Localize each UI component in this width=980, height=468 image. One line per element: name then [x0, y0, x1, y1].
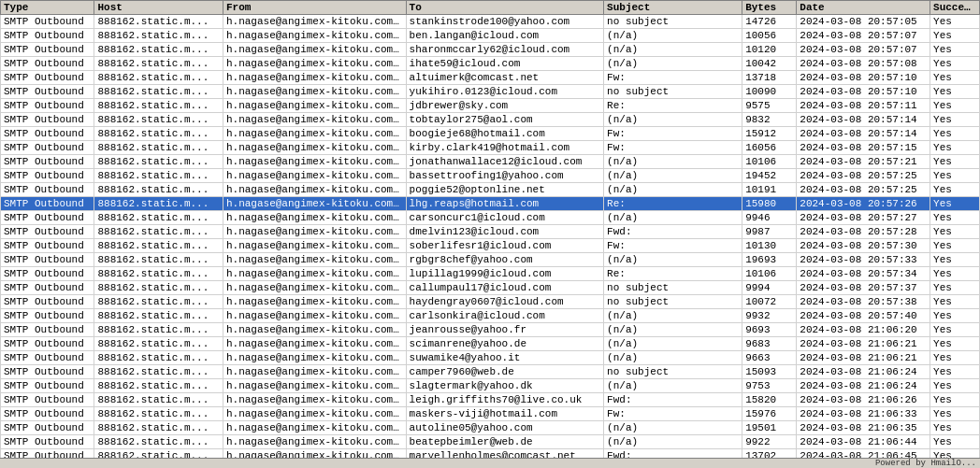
cell-type: SMTP Outbound: [1, 309, 94, 323]
table-row[interactable]: SMTP Outbound888162.static.m...h.nagase@…: [1, 85, 980, 99]
cell-type: SMTP Outbound: [1, 281, 94, 295]
cell-type: SMTP Outbound: [1, 393, 94, 407]
cell-type: SMTP Outbound: [1, 211, 94, 225]
cell-from: h.nagase@angimex-kitoku.com.vn: [223, 155, 406, 169]
col-header-date[interactable]: Date: [797, 1, 930, 15]
table-row[interactable]: SMTP Outbound888162.static.m...h.nagase@…: [1, 197, 980, 211]
col-header-to[interactable]: To: [406, 1, 604, 15]
cell-bytes: 10042: [742, 57, 797, 71]
cell-subject: (n/a): [604, 323, 742, 337]
cell-to: sharonmccarly62@icloud.com: [406, 43, 604, 57]
cell-success: Yes: [930, 295, 980, 309]
table-row[interactable]: SMTP Outbound888162.static.m...h.nagase@…: [1, 281, 980, 295]
table-row[interactable]: SMTP Outbound888162.static.m...h.nagase@…: [1, 351, 980, 365]
cell-host: 888162.static.m...: [94, 379, 223, 393]
cell-subject: (n/a): [604, 169, 742, 183]
cell-date: 2024-03-08 21:06:21: [797, 351, 930, 365]
table-row[interactable]: SMTP Outbound888162.static.m...h.nagase@…: [1, 323, 980, 337]
cell-date: 2024-03-08 20:57:26: [797, 197, 930, 211]
cell-bytes: 19501: [742, 421, 797, 435]
table-row[interactable]: SMTP Outbound888162.static.m...h.nagase@…: [1, 169, 980, 183]
cell-host: 888162.static.m...: [94, 15, 223, 29]
table-row[interactable]: SMTP Outbound888162.static.m...h.nagase@…: [1, 141, 980, 155]
table-row[interactable]: SMTP Outbound888162.static.m...h.nagase@…: [1, 253, 980, 267]
col-header-host[interactable]: Host: [94, 1, 223, 15]
table-row[interactable]: SMTP Outbound888162.static.m...h.nagase@…: [1, 225, 980, 239]
table-row[interactable]: SMTP Outbound888162.static.m...h.nagase@…: [1, 57, 980, 71]
cell-success: Yes: [930, 197, 980, 211]
table-row[interactable]: SMTP Outbound888162.static.m...h.nagase@…: [1, 295, 980, 309]
cell-date: 2024-03-08 20:57:05: [797, 15, 930, 29]
cell-subject: Fw:: [604, 239, 742, 253]
table-row[interactable]: SMTP Outbound888162.static.m...h.nagase@…: [1, 127, 980, 141]
table-row[interactable]: SMTP Outbound888162.static.m...h.nagase@…: [1, 449, 980, 459]
cell-subject: (n/a): [604, 211, 742, 225]
cell-bytes: 10130: [742, 239, 797, 253]
table-row[interactable]: SMTP Outbound888162.static.m...h.nagase@…: [1, 337, 980, 351]
cell-date: 2024-03-08 21:06:20: [797, 323, 930, 337]
cell-date: 2024-03-08 20:57:25: [797, 169, 930, 183]
cell-bytes: 10090: [742, 85, 797, 99]
cell-success: Yes: [930, 449, 980, 459]
col-header-bytes[interactable]: Bytes: [742, 1, 797, 15]
cell-to: ben.langan@icloud.com: [406, 29, 604, 43]
table-row[interactable]: SMTP Outbound888162.static.m...h.nagase@…: [1, 365, 980, 379]
col-header-type[interactable]: Type: [1, 1, 94, 15]
cell-subject: (n/a): [604, 57, 742, 71]
table-row[interactable]: SMTP Outbound888162.static.m...h.nagase@…: [1, 421, 980, 435]
table-row[interactable]: SMTP Outbound888162.static.m...h.nagase@…: [1, 99, 980, 113]
cell-subject: Fwd:: [604, 449, 742, 459]
cell-success: Yes: [930, 71, 980, 85]
table-row[interactable]: SMTP Outbound888162.static.m...h.nagase@…: [1, 239, 980, 253]
cell-host: 888162.static.m...: [94, 239, 223, 253]
table-row[interactable]: SMTP Outbound888162.static.m...h.nagase@…: [1, 393, 980, 407]
cell-success: Yes: [930, 57, 980, 71]
col-header-from[interactable]: From: [223, 1, 406, 15]
cell-to: maskers-viji@hotmail.com: [406, 407, 604, 421]
cell-from: h.nagase@angimex-kitoku.com.vn: [223, 351, 406, 365]
cell-success: Yes: [930, 309, 980, 323]
cell-type: SMTP Outbound: [1, 141, 94, 155]
cell-type: SMTP Outbound: [1, 421, 94, 435]
cell-success: Yes: [930, 435, 980, 449]
cell-type: SMTP Outbound: [1, 155, 94, 169]
cell-from: h.nagase@angimex-kitoku.com.vn: [223, 449, 406, 459]
cell-type: SMTP Outbound: [1, 239, 94, 253]
table-row[interactable]: SMTP Outbound888162.static.m...h.nagase@…: [1, 29, 980, 43]
powered-by-label: Powered by HmailO...: [875, 459, 976, 468]
cell-success: Yes: [930, 225, 980, 239]
cell-host: 888162.static.m...: [94, 407, 223, 421]
table-row[interactable]: SMTP Outbound888162.static.m...h.nagase@…: [1, 211, 980, 225]
table-row[interactable]: SMTP Outbound888162.static.m...h.nagase@…: [1, 379, 980, 393]
table-row[interactable]: SMTP Outbound888162.static.m...h.nagase@…: [1, 309, 980, 323]
cell-from: h.nagase@angimex-kitoku.com.vn: [223, 99, 406, 113]
cell-success: Yes: [930, 169, 980, 183]
table-row[interactable]: SMTP Outbound888162.static.m...h.nagase@…: [1, 407, 980, 421]
table-row[interactable]: SMTP Outbound888162.static.m...h.nagase@…: [1, 183, 980, 197]
cell-host: 888162.static.m...: [94, 365, 223, 379]
col-header-subject[interactable]: Subject: [604, 1, 742, 15]
cell-date: 2024-03-08 20:57:14: [797, 113, 930, 127]
cell-host: 888162.static.m...: [94, 57, 223, 71]
email-log-table-container[interactable]: Type Host From To Subject Bytes Date Suc…: [0, 0, 980, 458]
cell-to: autoline05@yahoo.com: [406, 421, 604, 435]
cell-host: 888162.static.m...: [94, 183, 223, 197]
cell-host: 888162.static.m...: [94, 127, 223, 141]
table-row[interactable]: SMTP Outbound888162.static.m...h.nagase@…: [1, 15, 980, 29]
cell-bytes: 15912: [742, 127, 797, 141]
cell-from: h.nagase@angimex-kitoku.com.vn: [223, 113, 406, 127]
cell-bytes: 15820: [742, 393, 797, 407]
cell-from: h.nagase@angimex-kitoku.com.vn: [223, 407, 406, 421]
table-row[interactable]: SMTP Outbound888162.static.m...h.nagase@…: [1, 43, 980, 57]
cell-bytes: 10106: [742, 267, 797, 281]
col-header-success[interactable]: Success: [930, 1, 980, 15]
table-row[interactable]: SMTP Outbound888162.static.m...h.nagase@…: [1, 155, 980, 169]
cell-type: SMTP Outbound: [1, 127, 94, 141]
cell-date: 2024-03-08 21:06:24: [797, 379, 930, 393]
cell-host: 888162.static.m...: [94, 421, 223, 435]
table-row[interactable]: SMTP Outbound888162.static.m...h.nagase@…: [1, 267, 980, 281]
table-row[interactable]: SMTP Outbound888162.static.m...h.nagase@…: [1, 113, 980, 127]
table-row[interactable]: SMTP Outbound888162.static.m...h.nagase@…: [1, 71, 980, 85]
table-row[interactable]: SMTP Outbound888162.static.m...h.nagase@…: [1, 435, 980, 449]
cell-to: haydengray0607@icloud.com: [406, 295, 604, 309]
